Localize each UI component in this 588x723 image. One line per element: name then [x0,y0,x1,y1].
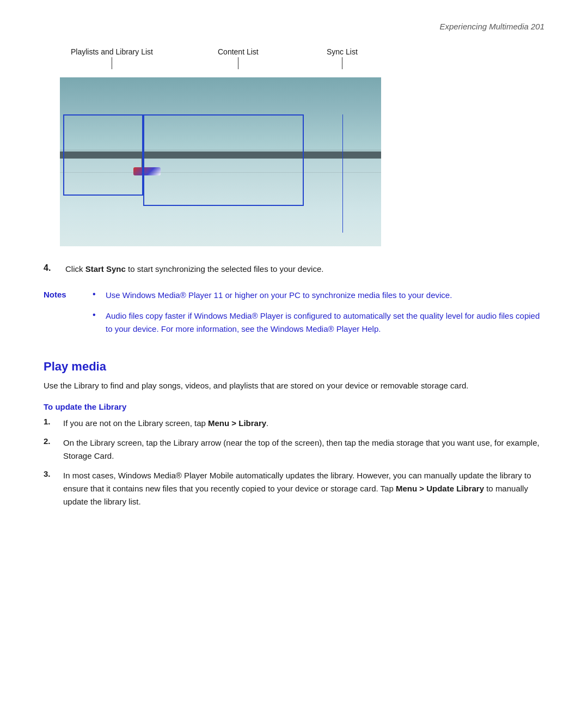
step-4-number: 4. [44,263,65,273]
step-4-text: Click Start Sync to start synchronizing … [65,263,323,276]
step-4-text-after: to start synchronizing the selected file… [126,264,324,274]
library-step-1-text-before: If you are not on the Library screen, ta… [63,418,208,428]
notes-item-2: • Audio files copy faster if Windows Med… [93,309,544,336]
sync-label: Sync List [327,47,358,56]
bullet-1: • [93,289,100,299]
blue-line-right [342,114,343,233]
library-step-3-num: 3. [44,469,59,478]
sync-label-group: Sync List [327,47,358,69]
library-step-3-bold: Menu > Update Library [396,484,484,493]
playlists-connector-line [112,57,112,69]
library-step-1-bold: Menu > Library [208,418,266,428]
notes-text-2: Audio files copy faster if Windows Media… [106,309,544,336]
library-step-2-num: 2. [44,436,59,446]
update-library-steps: 1. If you are not on the Library screen,… [44,417,544,508]
texture-line-1 [60,150,381,150]
content-label-group: Content List [218,47,259,69]
library-step-2-text: On the Library screen, tap the Library a… [63,436,544,463]
play-media-section: Play media Use the Library to find and p… [44,360,544,508]
content-connector-line [238,57,238,69]
play-media-heading: Play media [44,360,544,374]
blue-rect-center [143,114,304,205]
library-step-1-text: If you are not on the Library screen, ta… [63,417,268,430]
diagram-wrapper: Playlists and Library List Content List … [60,47,397,246]
library-step-1: 1. If you are not on the Library screen,… [44,417,544,430]
playlists-label: Playlists and Library List [71,47,153,56]
diagram-image [60,77,381,246]
diagram-label-row: Playlists and Library List Content List … [60,47,397,77]
library-step-1-num: 1. [44,417,59,426]
page-header: Experiencing Multimedia 201 [44,22,544,31]
notes-label: Notes [44,289,82,299]
notes-section: Notes • Use Windows Media® Player 11 or … [44,289,544,343]
blue-rect-left [63,114,144,196]
diagram-section: Playlists and Library List Content List … [44,47,544,246]
library-step-2: 2. On the Library screen, tap the Librar… [44,436,544,463]
play-media-description: Use the Library to find and play songs, … [44,379,544,392]
step-4-bold: Start Sync [85,264,126,274]
to-update-library-heading: To update the Library [44,402,544,411]
notes-content: • Use Windows Media® Player 11 or higher… [93,289,544,343]
library-step-3: 3. In most cases, Windows Media® Player … [44,469,544,508]
library-step-1-text-after: . [266,418,268,428]
notes-text-1: Use Windows Media® Player 11 or higher o… [106,289,452,302]
step-4-text-before: Click [65,264,85,274]
notes-item-1: • Use Windows Media® Player 11 or higher… [93,289,544,302]
library-step-3-text: In most cases, Windows Media® Player Mob… [63,469,544,508]
sync-connector-line [342,57,342,69]
texture-line-2 [60,172,381,173]
bullet-2: • [93,309,100,320]
step-4-section: 4. Click Start Sync to start synchronizi… [44,263,544,276]
playlists-label-group: Playlists and Library List [71,47,153,69]
content-label: Content List [218,47,259,56]
